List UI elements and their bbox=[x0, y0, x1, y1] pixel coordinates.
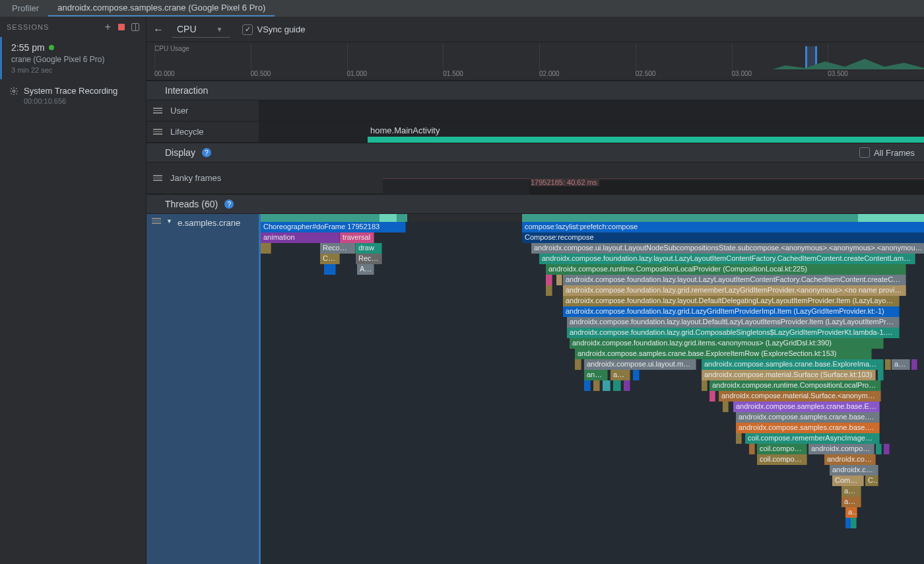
flame-frame[interactable]: a… bbox=[845, 507, 857, 518]
flame-frame[interactable]: androidx.compose.foundation.lazy.grid.re… bbox=[563, 285, 906, 296]
ruler-tick: 03.000 bbox=[732, 70, 752, 77]
flame-frame[interactable] bbox=[261, 243, 271, 254]
lifecycle-track[interactable]: Lifecycle home.MainActivity bbox=[147, 122, 924, 143]
flame-frame[interactable]: Recom… bbox=[320, 243, 356, 254]
back-icon[interactable]: ← bbox=[153, 24, 164, 36]
vsync-checkbox[interactable]: ✓ VSync guide bbox=[242, 24, 305, 35]
flame-frame[interactable] bbox=[556, 275, 562, 285]
help-icon[interactable]: ? bbox=[202, 148, 211, 157]
flame-frame[interactable] bbox=[884, 444, 890, 454]
cpu-minimap[interactable]: CPU Usage 00.00000.50001.00001.50002.000… bbox=[147, 42, 924, 81]
flame-frame[interactable]: androidx.compose.foundation.lazy.grid.Co… bbox=[567, 328, 900, 338]
flame-frame[interactable]: an… bbox=[842, 497, 861, 507]
flame-frame[interactable] bbox=[885, 359, 891, 370]
flame-frame[interactable]: Rec… bbox=[356, 254, 382, 264]
flame-frame[interactable]: androidx.compo… bbox=[824, 454, 876, 465]
flame-frame[interactable]: androidx.compose.runtime.CompositionLoca… bbox=[710, 380, 881, 391]
flame-frame[interactable] bbox=[710, 391, 715, 402]
flame-frame[interactable] bbox=[546, 275, 552, 285]
interaction-section[interactable]: Interaction bbox=[147, 81, 924, 100]
flame-frame[interactable] bbox=[876, 444, 882, 454]
profiler-toolbar: ← CPU ▼ ✓ VSync guide bbox=[147, 17, 924, 42]
session-item[interactable]: 2:55 pm crane (Google Pixel 6 Pro) 3 min… bbox=[0, 37, 146, 79]
gear-icon bbox=[9, 87, 18, 96]
flame-frame[interactable]: androidx.compose.foundation.lazy.layout.… bbox=[539, 254, 915, 264]
flame-frame[interactable]: an… bbox=[892, 359, 910, 370]
flame-frame[interactable] bbox=[603, 380, 610, 391]
flame-frame[interactable]: androidx.compose.ui.layout.LayoutNodeSub… bbox=[531, 243, 924, 254]
flame-frame[interactable]: androidx.com… bbox=[830, 465, 878, 476]
flame-frame[interactable]: A… bbox=[357, 264, 374, 275]
flame-frame[interactable] bbox=[911, 359, 917, 370]
flame-frame[interactable] bbox=[723, 402, 729, 412]
flame-frame[interactable]: Co… bbox=[320, 254, 340, 264]
flame-frame[interactable]: animation bbox=[261, 232, 340, 243]
trace-recording-item[interactable]: System Trace Recording bbox=[0, 79, 146, 97]
flame-frame[interactable]: compose:lazylist:prefetch:compose bbox=[522, 222, 924, 232]
vsync-label: VSync guide bbox=[257, 24, 305, 34]
flame-frame[interactable]: coil.compose.rememberAsyncImagePainter (… bbox=[745, 433, 880, 444]
layout-toggle-icon[interactable] bbox=[131, 23, 139, 31]
user-track[interactable]: User bbox=[147, 100, 924, 122]
flame-frame[interactable]: draw bbox=[356, 243, 382, 254]
stop-record-icon[interactable] bbox=[118, 24, 125, 30]
janky-frames-track[interactable]: Janky frames 17952185: 40.62 ms bbox=[147, 162, 924, 194]
flame-frame[interactable]: Choreographer#doFrame 17952183 bbox=[261, 222, 406, 232]
display-section[interactable]: Display? All Frames bbox=[147, 143, 924, 162]
thread-item[interactable]: ▼ e.samples.crane bbox=[147, 214, 259, 564]
flame-frame[interactable]: androidx.compose.samples.crane.base.Expl… bbox=[736, 423, 880, 433]
flame-frame[interactable]: Com… bbox=[832, 476, 864, 486]
flame-frame[interactable] bbox=[575, 359, 581, 370]
flame-frame[interactable] bbox=[624, 380, 630, 391]
display-label: Display bbox=[165, 147, 195, 158]
tab-active-process[interactable]: androidx.compose.samples.crane (Google P… bbox=[48, 0, 275, 17]
mini-cpu-plot bbox=[772, 53, 924, 69]
flame-frame[interactable] bbox=[633, 370, 640, 380]
flame-chart[interactable]: Choreographer#doFrame 17952183compose:la… bbox=[259, 214, 924, 564]
flame-frame[interactable]: androidx.compose.foundation.lazy.layout.… bbox=[563, 296, 900, 306]
flame-frame[interactable]: androidx.compose.material.Surface.<anony… bbox=[719, 391, 881, 402]
flame-frame[interactable]: androidx.compose.samples.crane.base.Expl… bbox=[733, 402, 880, 412]
flame-frame[interactable]: androidx.compose.foundation.lazy.grid.La… bbox=[563, 306, 900, 317]
flame-frame[interactable] bbox=[878, 370, 884, 380]
flame-frame[interactable]: traversal bbox=[340, 232, 374, 243]
add-session-icon[interactable]: + bbox=[105, 21, 112, 33]
flame-frame[interactable]: andr… bbox=[610, 370, 630, 380]
svg-marker-1 bbox=[772, 59, 924, 69]
flame-frame[interactable]: androidx.compose.foundation.lazy.grid.it… bbox=[570, 338, 884, 349]
flame-frame[interactable]: andr… bbox=[584, 370, 608, 380]
flame-frame[interactable] bbox=[702, 380, 708, 391]
flame-frame[interactable]: an… bbox=[842, 486, 861, 497]
all-frames-checkbox[interactable]: All Frames bbox=[859, 147, 915, 158]
flame-frame[interactable]: coil.compose.r… bbox=[757, 444, 807, 454]
flame-frame[interactable] bbox=[324, 264, 336, 275]
janky-frame-badge[interactable]: 17952185: 40.62 ms bbox=[531, 178, 599, 186]
tab-profiler[interactable]: Profiler bbox=[3, 1, 48, 16]
flame-frame[interactable] bbox=[736, 433, 742, 444]
flame-frame[interactable]: androidx.compose.samples.crane.base.Expl… bbox=[575, 349, 872, 359]
flame-frame[interactable]: androidx.compose.samples.crane.base.Expl… bbox=[736, 412, 880, 423]
source-dropdown[interactable]: CPU ▼ bbox=[172, 21, 230, 38]
flame-frame[interactable] bbox=[749, 444, 755, 454]
flame-frame[interactable]: androidx.compose.foundation.lazy.layout.… bbox=[563, 275, 906, 285]
session-name: crane (Google Pixel 6 Pro) bbox=[11, 55, 139, 64]
flame-frame[interactable]: androidx.compose.samples.crane.base.Expl… bbox=[702, 359, 884, 370]
flame-frame[interactable]: Compose:recompose bbox=[522, 232, 924, 243]
flame-frame[interactable] bbox=[546, 285, 552, 296]
ruler-tick: 02.000 bbox=[539, 70, 560, 77]
flame-frame[interactable] bbox=[613, 380, 621, 391]
flame-frame[interactable]: androidx.compose.material.Surface (Surfa… bbox=[702, 370, 876, 380]
flame-frame[interactable]: androidx.compose.u… bbox=[808, 444, 874, 454]
flame-frame[interactable] bbox=[584, 380, 591, 391]
collapse-icon[interactable]: ▼ bbox=[166, 218, 172, 225]
janky-label: Janky frames bbox=[170, 173, 221, 183]
help-icon[interactable]: ? bbox=[224, 199, 234, 209]
flame-frame[interactable]: coil.compose.r… bbox=[757, 454, 807, 465]
flame-frame[interactable] bbox=[851, 518, 857, 528]
flame-frame[interactable]: C… bbox=[865, 476, 878, 486]
flame-frame[interactable]: androidx.compose.runtime.CompositionLoca… bbox=[546, 264, 906, 275]
flame-frame[interactable]: androidx.compose.ui.layout.m… bbox=[584, 359, 696, 370]
threads-section[interactable]: Threads (60)? bbox=[147, 194, 924, 214]
flame-frame[interactable] bbox=[593, 380, 600, 391]
flame-frame[interactable]: androidx.compose.foundation.lazy.layout.… bbox=[567, 317, 900, 328]
